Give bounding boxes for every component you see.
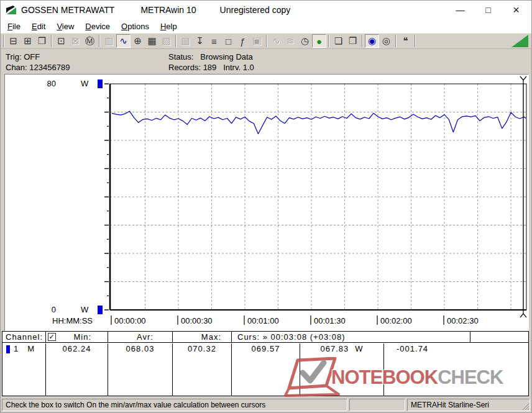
- toolbar-separator: [3, 35, 4, 47]
- chart-area[interactable]: 800WWHH:MM:SS00:00:0000:00:3000:01:0000:…: [4, 74, 529, 331]
- channel-list: Chan: 123456789: [6, 63, 70, 72]
- minimize-button[interactable]: —: [446, 1, 474, 19]
- close-button[interactable]: ×: [502, 1, 530, 19]
- memory-device-button[interactable]: Ⓜ: [83, 34, 97, 48]
- statusbar-middle: [349, 399, 405, 411]
- open-file-button[interactable]: ❒: [35, 34, 49, 48]
- x-tick-label: 00:02:30: [447, 316, 479, 325]
- x-tick-label: 00:01:30: [314, 316, 346, 325]
- menu-options[interactable]: Options: [116, 20, 155, 32]
- toolbar-separator: [415, 35, 416, 47]
- formula-fx-button[interactable]: ƒ: [236, 34, 250, 48]
- channel-color-marker: [6, 345, 10, 353]
- y-axis-max-label: 80: [27, 79, 56, 88]
- save-file-button[interactable]: ⊟: [6, 34, 21, 48]
- y-axis-unit-bottom: W: [81, 305, 88, 314]
- channel-cell: 1 M: [2, 343, 46, 396]
- statusbar-device: METRAHit Starline-Seri: [407, 399, 530, 411]
- live-timer-button[interactable]: ●: [312, 34, 326, 48]
- device-display-button: ▣: [250, 34, 264, 48]
- cursor-delta-value: -001.74: [384, 343, 528, 396]
- y-marker-bottom[interactable]: [98, 306, 103, 314]
- cursor2-value: 067.83: [320, 344, 349, 353]
- menu-file[interactable]: File: [2, 20, 26, 32]
- toolbar: ⊟⊞❒⊡⊠Ⓜ▥∿⊕▦▨▧↧≡□ƒ▣∿≋◷●❏❐◉◎❝: [1, 33, 531, 49]
- zoom-curve-button[interactable]: ◉: [365, 34, 379, 48]
- channel-table: Channel: ✓ Min: Avr: Max: Curs: » 00:03:…: [2, 331, 529, 396]
- read-device-button[interactable]: ⊡: [54, 34, 68, 48]
- toolbar-separator: [175, 35, 177, 47]
- y-axis-unit-top: W: [81, 79, 88, 88]
- window-controls: — □ ×: [446, 1, 530, 19]
- min-value: 062.24: [46, 343, 108, 396]
- statusbar-hint: Check the box to switch On the min/avr/m…: [2, 399, 347, 411]
- cursor1-value: 069.57: [232, 343, 300, 396]
- curve-chart-button[interactable]: ∿: [116, 34, 131, 48]
- online-monitor-button[interactable]: □: [221, 34, 236, 48]
- header-min-cell: ✓ Min:: [46, 332, 108, 342]
- records-info: Records: 189 Intrv. 1.0: [168, 63, 254, 72]
- annotation-callout-button[interactable]: ❝: [398, 34, 413, 48]
- channel-1-power-series-line: [112, 111, 526, 134]
- resize-grip[interactable]: [521, 402, 530, 411]
- power-line-chart: [5, 75, 528, 330]
- header-filler: [470, 332, 528, 342]
- print-button[interactable]: ❐: [346, 34, 360, 48]
- clear-device-button: ⊠: [68, 34, 83, 48]
- wave-single-button: ∿: [269, 34, 283, 48]
- header-min: Min:: [56, 332, 108, 342]
- status-info-panel: Trig: OFF Chan: 123456789 Status: Browsi…: [1, 49, 531, 74]
- channel-type: M: [27, 344, 35, 396]
- x-tick-label: 00:02:00: [380, 316, 412, 325]
- avr-value: 068.03: [108, 343, 173, 396]
- toolbar-separator: [266, 35, 267, 47]
- histogram-button: ▨: [159, 34, 173, 48]
- statusbar-device-label: METRAHit Starline-Seri: [411, 401, 489, 409]
- x-tick-label: 00:00:30: [181, 316, 213, 325]
- cursor2-value-cell: 067.83W: [300, 343, 384, 396]
- store-to-disk-button[interactable]: ↧: [193, 34, 207, 48]
- metrawin-window: GOSSEN METRAWATT METRAwin 10 Unregistere…: [0, 0, 532, 413]
- title-license: Unregistered copy: [220, 5, 291, 15]
- toolbar-separator: [328, 35, 329, 47]
- save-data-button[interactable]: ⊞: [21, 34, 35, 48]
- maximize-button[interactable]: □: [474, 1, 502, 19]
- status-bar: Check the box to switch On the min/avr/m…: [1, 397, 531, 412]
- menu-view[interactable]: View: [51, 20, 80, 32]
- menu-help[interactable]: Help: [155, 20, 183, 32]
- browse-status: Status: Browsing Data: [168, 52, 253, 61]
- header-max: Max:: [173, 332, 232, 342]
- xy-scope-button[interactable]: ⊕: [131, 34, 145, 48]
- toolbar-separator: [99, 35, 100, 47]
- max-value: 070.32: [173, 343, 232, 396]
- header-avr: Avr:: [108, 332, 173, 342]
- minmax-checkbox[interactable]: ✓: [48, 333, 56, 341]
- channel-row[interactable]: 1 M 062.24 068.03 070.32 069.57 067.83W …: [2, 343, 528, 396]
- x-tick-label: 00:00:00: [114, 316, 146, 325]
- header-cursors: Curs: » 00:03:08 (+03:08): [232, 332, 470, 342]
- corner-triangle-logo: [511, 35, 528, 47]
- numeric-display-button: ▥: [102, 34, 116, 48]
- trigger-status: Trig: OFF: [6, 52, 40, 61]
- cursor2-unit: W: [355, 344, 363, 353]
- value-table-button[interactable]: ▦: [145, 34, 159, 48]
- export-curve-button: ▧: [178, 34, 193, 48]
- header-channel: Channel:: [2, 332, 46, 342]
- y-axis-min-label: 0: [27, 305, 56, 314]
- zoom-window-button[interactable]: ◎: [379, 34, 393, 48]
- title-app-name: METRAwin 10: [140, 5, 196, 15]
- time-history-button[interactable]: ◷: [298, 34, 312, 48]
- channel-number: 1: [14, 344, 19, 396]
- menu-device[interactable]: Device: [80, 20, 116, 32]
- x-axis-format-label: HH:MM:SS: [52, 316, 93, 325]
- toolbar-separator: [51, 35, 52, 47]
- menu-bar: File Edit View Device Options Help: [1, 19, 531, 33]
- channel-setup-button[interactable]: ≡: [207, 34, 221, 48]
- toolbar-separator: [362, 35, 363, 47]
- menu-edit[interactable]: Edit: [26, 20, 51, 32]
- title-brand: GOSSEN METRAWATT: [21, 5, 114, 15]
- print-preview-button[interactable]: ❏: [331, 34, 346, 48]
- title-bar: GOSSEN METRAWATT METRAwin 10 Unregistere…: [1, 1, 531, 19]
- y-marker-top[interactable]: [98, 79, 103, 88]
- wave-burst-button: ≋: [283, 34, 298, 48]
